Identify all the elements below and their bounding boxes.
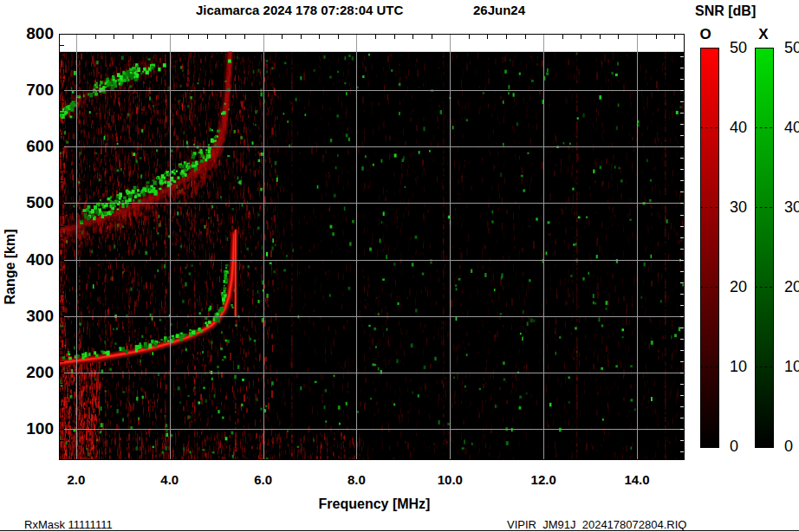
colorbar-x-tick-label: 50 — [784, 38, 799, 57]
colorbar-o-tick-label: 30 — [730, 198, 747, 217]
colorbar-o-tick-dash — [700, 207, 718, 208]
colorbar-o-tick-label: 10 — [730, 357, 747, 376]
colorbar-title: SNR [dB] — [695, 3, 756, 19]
colorbar-o-tick-label: 0 — [730, 437, 738, 456]
colorbar-x-tick-label: 40 — [784, 118, 799, 137]
x-tick-label: 8.0 — [334, 472, 379, 488]
colorbar-x-tick-label: 20 — [784, 277, 799, 296]
colorbar-x-tick-dash — [755, 207, 772, 208]
colorbar-o-tick-label: 20 — [730, 277, 747, 296]
x-tick-label: 14.0 — [614, 472, 659, 488]
colorbar-x-tick-dash — [755, 127, 772, 128]
x-tick-label: 6.0 — [241, 472, 286, 488]
colorbar-o-tick-label: 50 — [730, 38, 747, 57]
colorbar-x-tick-label: 30 — [784, 198, 799, 217]
x-tick-label: 2.0 — [54, 472, 99, 488]
bottom-border-line — [0, 530, 799, 531]
colorbar-o-tick-dash — [700, 287, 718, 288]
x-tick-label: 12.0 — [521, 472, 566, 488]
colorbar-x-mode-label: X — [753, 26, 774, 43]
y-tick-label: 600 — [9, 137, 54, 156]
y-tick-label: 300 — [9, 307, 54, 326]
colorbar-x-tick-dash — [755, 367, 772, 367]
colorbar-x-tick-label: 10 — [784, 357, 799, 376]
y-tick-label: 100 — [9, 419, 54, 438]
colorbar-o-mode-label: O — [695, 26, 716, 43]
y-tick-label: 200 — [9, 363, 54, 382]
colorbar-o-tick-dash — [700, 127, 718, 128]
y-tick-label: 500 — [9, 193, 54, 212]
colorbar-x-mode-gradient — [755, 48, 774, 448]
colorbar-o-mode-gradient — [700, 48, 719, 448]
plot-title-station-time: Jicamarca 2024 178 07:28:04 UTC — [196, 3, 403, 17]
colorbar-x-tick-label: 0 — [784, 437, 793, 456]
ionogram-window: Jicamarca 2024 178 07:28:04 UTC 26Jun24 … — [0, 0, 799, 532]
file-id-annotation: VIPIR JM91J_2024178072804.RIQ — [507, 518, 686, 531]
y-tick-label: 800 — [9, 24, 54, 43]
y-tick-label: 400 — [9, 250, 54, 269]
ionogram-plot-canvas — [59, 34, 685, 460]
y-tick-label: 700 — [9, 81, 54, 100]
colorbar-x-tick-dash — [755, 287, 772, 288]
colorbar-o-tick-label: 40 — [730, 118, 747, 137]
plot-title-date: 26Jun24 — [473, 3, 525, 17]
x-tick-label: 4.0 — [147, 472, 192, 488]
x-axis-title: Frequency [MHz] — [305, 496, 444, 512]
rx-mask-annotation: RxMask 11111111 — [24, 518, 113, 531]
colorbar-o-tick-dash — [700, 367, 718, 367]
x-tick-label: 10.0 — [427, 472, 472, 488]
